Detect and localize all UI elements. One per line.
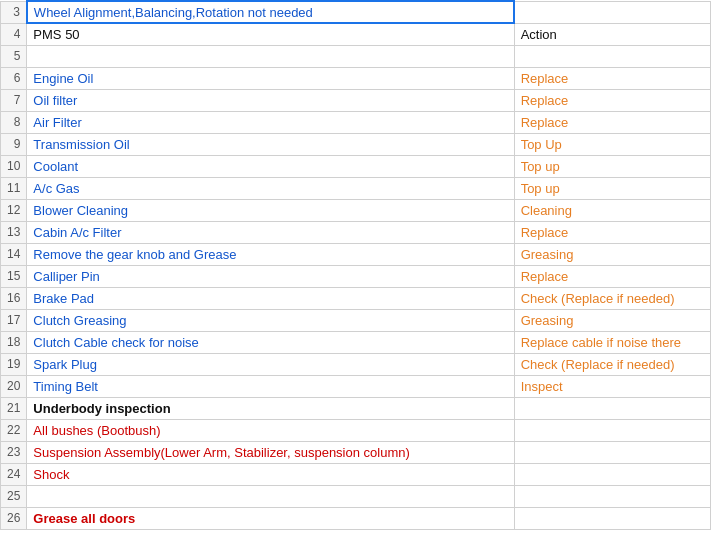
row-number: 6	[1, 67, 27, 89]
cell-col-a[interactable]: Blower Cleaning	[27, 199, 514, 221]
cell-col-a[interactable]	[27, 485, 514, 507]
cell-col-b[interactable]	[514, 507, 710, 529]
table-row: 24Shock	[1, 463, 711, 485]
cell-col-a[interactable]: Air Filter	[27, 111, 514, 133]
cell-col-b[interactable]	[514, 463, 710, 485]
row-number: 9	[1, 133, 27, 155]
table-row: 5	[1, 45, 711, 67]
cell-col-b[interactable]: Cleaning	[514, 199, 710, 221]
cell-col-b[interactable]	[514, 397, 710, 419]
table-row: 10CoolantTop up	[1, 155, 711, 177]
cell-col-b[interactable]: Check (Replace if needed)	[514, 287, 710, 309]
table-row: 7Oil filterReplace	[1, 89, 711, 111]
cell-col-b[interactable]: Replace	[514, 111, 710, 133]
cell-col-a[interactable]	[27, 45, 514, 67]
row-number: 20	[1, 375, 27, 397]
cell-col-a[interactable]: Shock	[27, 463, 514, 485]
cell-col-a[interactable]: Suspension Assembly(Lower Arm, Stabilize…	[27, 441, 514, 463]
table-row: 13Cabin A/c FilterReplace	[1, 221, 711, 243]
table-row: 9Transmission OilTop Up	[1, 133, 711, 155]
row-number: 17	[1, 309, 27, 331]
cell-col-a[interactable]: All bushes (Bootbush)	[27, 419, 514, 441]
row-number: 19	[1, 353, 27, 375]
cell-col-a[interactable]: Underbody inspection	[27, 397, 514, 419]
table-row: 12Blower CleaningCleaning	[1, 199, 711, 221]
cell-col-a[interactable]: Clutch Greasing	[27, 309, 514, 331]
cell-col-b[interactable]: Greasing	[514, 309, 710, 331]
table-row: 21Underbody inspection	[1, 397, 711, 419]
row-number: 4	[1, 23, 27, 45]
cell-col-a[interactable]: Wheel Alignment,Balancing,Rotation not n…	[27, 1, 514, 23]
cell-col-a[interactable]: Grease all doors	[27, 507, 514, 529]
spreadsheet-table: 3Wheel Alignment,Balancing,Rotation not …	[0, 0, 711, 530]
row-number: 23	[1, 441, 27, 463]
row-number: 16	[1, 287, 27, 309]
cell-col-b[interactable]	[514, 419, 710, 441]
cell-col-b[interactable]: Replace	[514, 221, 710, 243]
cell-col-b[interactable]: Check (Replace if needed)	[514, 353, 710, 375]
cell-col-a[interactable]: Spark Plug	[27, 353, 514, 375]
table-row: 4PMS 50Action	[1, 23, 711, 45]
cell-col-a[interactable]: Transmission Oil	[27, 133, 514, 155]
row-number: 12	[1, 199, 27, 221]
cell-col-b[interactable]: Replace	[514, 89, 710, 111]
row-number: 10	[1, 155, 27, 177]
table-row: 22All bushes (Bootbush)	[1, 419, 711, 441]
row-number: 11	[1, 177, 27, 199]
row-number: 21	[1, 397, 27, 419]
cell-col-b[interactable]: Top up	[514, 155, 710, 177]
table-row: 23Suspension Assembly(Lower Arm, Stabili…	[1, 441, 711, 463]
cell-col-a[interactable]: Brake Pad	[27, 287, 514, 309]
table-row: 3Wheel Alignment,Balancing,Rotation not …	[1, 1, 711, 23]
cell-col-b[interactable]: Replace	[514, 265, 710, 287]
cell-col-b[interactable]	[514, 45, 710, 67]
cell-col-a[interactable]: A/c Gas	[27, 177, 514, 199]
row-number: 26	[1, 507, 27, 529]
table-row: 8Air FilterReplace	[1, 111, 711, 133]
cell-col-a[interactable]: Remove the gear knob and Grease	[27, 243, 514, 265]
cell-col-a[interactable]: Oil filter	[27, 89, 514, 111]
cell-col-a[interactable]: PMS 50	[27, 23, 514, 45]
row-number: 14	[1, 243, 27, 265]
cell-col-b[interactable]	[514, 441, 710, 463]
row-number: 7	[1, 89, 27, 111]
table-row: 14Remove the gear knob and GreaseGreasin…	[1, 243, 711, 265]
row-number: 8	[1, 111, 27, 133]
table-row: 17Clutch GreasingGreasing	[1, 309, 711, 331]
table-row: 16Brake PadCheck (Replace if needed)	[1, 287, 711, 309]
cell-col-b[interactable]: Action	[514, 23, 710, 45]
table-row: 19Spark PlugCheck (Replace if needed)	[1, 353, 711, 375]
table-row: 26Grease all doors	[1, 507, 711, 529]
cell-col-a[interactable]: Cabin A/c Filter	[27, 221, 514, 243]
cell-col-b[interactable]: Top up	[514, 177, 710, 199]
cell-col-b[interactable]	[514, 1, 710, 23]
table-row: 6Engine OilReplace	[1, 67, 711, 89]
row-number: 18	[1, 331, 27, 353]
cell-col-b[interactable]: Top Up	[514, 133, 710, 155]
table-row: 25	[1, 485, 711, 507]
cell-col-b[interactable]: Inspect	[514, 375, 710, 397]
cell-col-a[interactable]: Coolant	[27, 155, 514, 177]
cell-col-a[interactable]: Timing Belt	[27, 375, 514, 397]
cell-col-b[interactable]: Replace	[514, 67, 710, 89]
row-number: 5	[1, 45, 27, 67]
row-number: 24	[1, 463, 27, 485]
row-number: 15	[1, 265, 27, 287]
row-number: 13	[1, 221, 27, 243]
cell-col-a[interactable]: Clutch Cable check for noise	[27, 331, 514, 353]
cell-col-a[interactable]: Engine Oil	[27, 67, 514, 89]
table-row: 11A/c GasTop up	[1, 177, 711, 199]
table-row: 15Calliper PinReplace	[1, 265, 711, 287]
row-number: 22	[1, 419, 27, 441]
table-row: 18Clutch Cable check for noiseReplace ca…	[1, 331, 711, 353]
row-number: 25	[1, 485, 27, 507]
cell-col-b[interactable]: Greasing	[514, 243, 710, 265]
row-number: 3	[1, 1, 27, 23]
cell-col-b[interactable]	[514, 485, 710, 507]
cell-col-b[interactable]: Replace cable if noise there	[514, 331, 710, 353]
cell-col-a[interactable]: Calliper Pin	[27, 265, 514, 287]
table-row: 20Timing BeltInspect	[1, 375, 711, 397]
